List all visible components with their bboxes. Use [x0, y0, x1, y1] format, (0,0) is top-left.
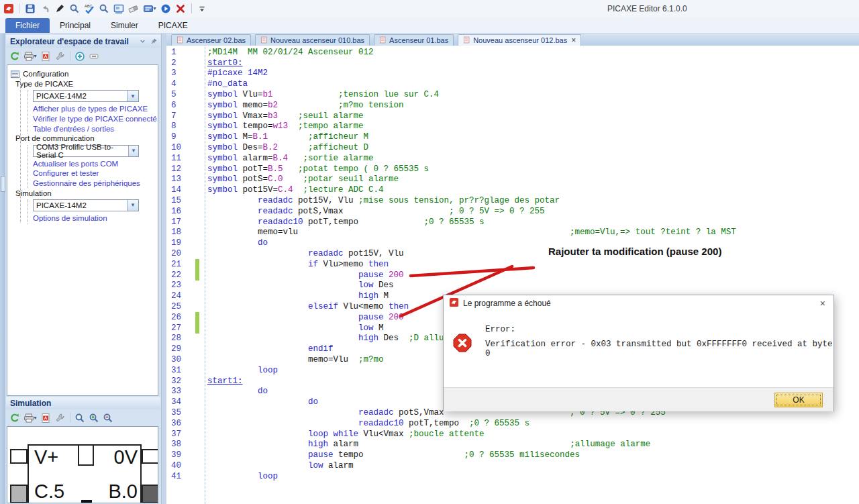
code-text[interactable]: symbol potT=B.5 ;potat tempo ( 0 ? 65535…	[199, 164, 429, 174]
code-text[interactable]: high M	[199, 291, 389, 301]
dialog-close-icon[interactable]: ×	[817, 298, 828, 309]
ribbon-tab-fichier[interactable]: Fichier	[5, 18, 50, 33]
panel-splitter[interactable]	[161, 34, 166, 504]
zoom-out-icon[interactable]	[103, 412, 114, 423]
zoom-icon[interactable]	[98, 3, 109, 14]
tree-link[interactable]: Table d'entrées / sorties	[33, 123, 158, 134]
code-text[interactable]: readadc10 potT,tempo ;0 ? 65535 s	[199, 419, 529, 428]
tree-link[interactable]: Configurer et tester	[33, 168, 158, 179]
ribbon-tab-simuler[interactable]: Simuler	[101, 18, 148, 33]
code-text[interactable]: symbol M=B.1 ;afficheur M	[199, 132, 368, 142]
minus-icon[interactable]	[89, 50, 100, 62]
code-text[interactable]: ;MD14M MM 02/01/24 Ascenseur 012	[199, 48, 374, 57]
spellcheck-icon[interactable]: ABC	[83, 3, 95, 14]
code-text[interactable]: pause 200	[199, 270, 404, 280]
code-text[interactable]: symbol pot15V=C.4 ;lecture ADC C.4	[199, 185, 384, 195]
code-text[interactable]: loop while Vlu<Vmax ;boucle attente	[199, 430, 485, 439]
dropdown-select[interactable]: PICAXE-14M2▼	[33, 199, 139, 211]
code-text[interactable]: readadc pot15V, Vlu ;mise sous tension, …	[199, 196, 560, 205]
code-text[interactable]: do	[199, 238, 268, 248]
code-text[interactable]: low alarm	[199, 461, 354, 470]
code-text[interactable]: symbol tempo=w13 ;tempo alarme	[199, 121, 364, 131]
dropdown-arrow-icon[interactable]: ▼	[128, 146, 138, 156]
zoom-in-icon[interactable]	[89, 412, 100, 423]
editor-tab[interactable]: Nouveau ascenseur 012.bas×	[458, 34, 581, 46]
code-text[interactable]: symbol memo=b2 ;m?mo tension	[199, 101, 404, 110]
printer-dropdown-icon[interactable]: ▼	[33, 415, 38, 420]
code-text[interactable]: memo=Vlu ;m?mo	[199, 355, 389, 364]
ribbon-tab-picaxe[interactable]: PICAXE	[148, 18, 198, 33]
code-text[interactable]: do	[199, 387, 268, 396]
code-text[interactable]: if Vlu>memo then	[199, 260, 389, 269]
code-text[interactable]: #no_data	[199, 79, 248, 89]
dropdown-select[interactable]: COM3 Prolific USB-to-Serial C▼	[33, 145, 139, 157]
edge-grip[interactable]	[1, 176, 5, 192]
code-text[interactable]: pause 200	[199, 313, 404, 322]
code-text[interactable]: loop	[199, 472, 278, 481]
pin-icon[interactable]	[150, 36, 158, 48]
ribbon-tab-principal[interactable]: Principal	[50, 18, 101, 33]
screen-icon[interactable]	[113, 3, 124, 14]
tree-link[interactable]: Actualiser les ports COM	[33, 159, 158, 169]
printer-dropdown-icon[interactable]: ▼	[33, 54, 38, 58]
dropdown-arrow-icon[interactable]: ▼	[127, 200, 138, 211]
pdf-icon[interactable]	[40, 412, 52, 423]
code-text[interactable]: symbol potS=C.0 ;potar seuil alarme	[199, 174, 399, 184]
code-text[interactable]: elseif Vlu<memo then	[199, 302, 409, 311]
tree-link[interactable]: Afficher plus de types de PICAXE	[33, 104, 158, 114]
pin-c5[interactable]	[10, 485, 28, 503]
code-text[interactable]: start0:	[199, 58, 243, 68]
undo-icon[interactable]	[39, 3, 50, 14]
wrench-icon[interactable]	[54, 50, 66, 62]
code-text[interactable]: symbol Vlu=b1 ;tension lue sur C.4	[199, 90, 439, 99]
code-text[interactable]: symbol Des=B.2 ;afficheut D	[199, 143, 368, 152]
pin-0v[interactable]	[142, 449, 158, 464]
memory-card-dropdown-icon[interactable]: ▼	[152, 6, 157, 11]
run-icon[interactable]	[160, 3, 172, 14]
pdf-icon[interactable]	[40, 50, 52, 62]
code-text[interactable]: readadc potS,Vmax ; 0 ? 5V => 0 ? 255	[199, 207, 545, 216]
tree-link[interactable]: Gestionnaire des périphériques	[33, 179, 158, 189]
code-text[interactable]: readadc pot15V, Vlu	[199, 249, 404, 258]
plus-icon[interactable]	[74, 50, 86, 62]
code-text[interactable]: symbol Vmax=b3 ;seuil alarme	[199, 111, 364, 121]
editor-tab[interactable]: Ascenseur 01.bas	[374, 34, 454, 46]
code-text[interactable]: do	[199, 397, 318, 407]
code-text[interactable]: low Des	[199, 281, 394, 290]
tree-link[interactable]: Vérifier le type de PICAXE connecté	[33, 114, 158, 124]
code-text[interactable]: low M	[199, 323, 384, 333]
refresh-icon[interactable]	[9, 50, 20, 62]
code-text[interactable]: readadc10 potT,tempo ;0 ? 65535 s	[199, 217, 485, 227]
code-text[interactable]: #picaxe 14M2	[199, 68, 268, 78]
eraser-icon[interactable]	[128, 3, 139, 14]
editor-tab[interactable]: Nouveau ascenseur 010.bas	[255, 34, 370, 46]
code-text[interactable]: endif	[199, 344, 334, 354]
pin-vplus[interactable]	[10, 449, 28, 464]
tab-close-icon[interactable]: ×	[571, 36, 576, 45]
code-text[interactable]: start1:	[199, 376, 243, 386]
dropdown-select[interactable]: PICAXE-14M2▼	[33, 90, 139, 102]
pin-b0[interactable]	[142, 485, 158, 503]
code-text[interactable]: high alarm ;allumage alarme	[199, 440, 650, 449]
ok-button[interactable]: OK	[774, 393, 823, 407]
tree-item-configuration[interactable]: Configuration	[7, 69, 158, 79]
zoom-icon[interactable]	[68, 3, 80, 14]
wrench-icon[interactable]	[54, 412, 66, 423]
code-text[interactable]: symbol alarm=B.4 ;sortie alarme	[199, 154, 374, 163]
more-icon[interactable]	[197, 3, 208, 14]
code-text[interactable]: high Des ;D allu	[199, 334, 444, 343]
code-area[interactable]: 1;MD14M MM 02/01/24 Ascenseur 0122start0…	[166, 46, 859, 504]
pen-icon[interactable]	[54, 3, 65, 14]
zoom-icon[interactable]	[74, 412, 86, 423]
stop-icon[interactable]	[175, 3, 187, 14]
picaxe-logo-icon[interactable]	[3, 3, 14, 14]
save-icon[interactable]	[24, 3, 36, 14]
tree-link[interactable]: Options de simulation	[33, 213, 158, 223]
dropdown-arrow-icon[interactable]: ▼	[127, 91, 138, 101]
chevron-down-icon[interactable]	[139, 36, 146, 48]
code-text[interactable]: loop	[199, 366, 278, 375]
code-text[interactable]: pause tempo ;0 ? 65535 milisecondes	[199, 450, 580, 460]
editor-tab[interactable]: Ascenseur 02.bas	[171, 34, 251, 46]
refresh-icon[interactable]	[9, 412, 20, 423]
code-text[interactable]: memo=vlu ;memo=Vlu,=> tout ?teint ? la M…	[199, 228, 736, 237]
